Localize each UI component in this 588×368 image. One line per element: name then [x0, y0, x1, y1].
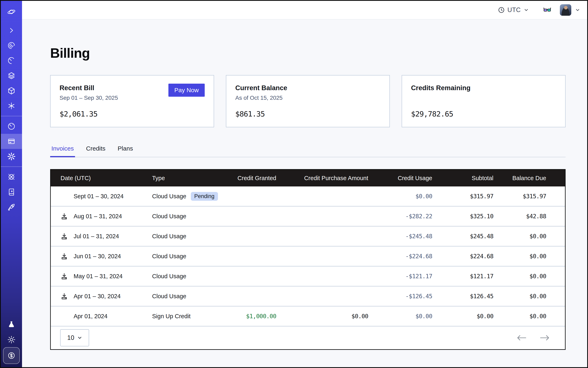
status-badge: Pending — [191, 192, 218, 201]
pay-now-button[interactable]: Pay Now — [168, 84, 205, 97]
subtotal-value: $0.00 — [432, 313, 493, 320]
invoice-row[interactable]: Jul 01 – 31, 2024 Cloud Usage -$245.48 $… — [51, 226, 565, 246]
balance-due-value: $0.00 — [493, 253, 565, 260]
credit-usage-value: -$224.68 — [368, 253, 432, 260]
book-sparkle-icon — [7, 188, 16, 196]
download-invoice-icon[interactable] — [61, 212, 74, 220]
next-page-button[interactable] — [540, 334, 550, 341]
invoice-row[interactable]: Sept 01 – 30, 2024 Cloud Usage Pending $… — [51, 186, 565, 206]
invoice-type: Sign Up Credit — [152, 313, 191, 320]
billing-tabs: Invoices Credits Plans — [50, 145, 566, 157]
sidebar-item-getting-started[interactable] — [1, 200, 22, 215]
sidebar-item-asterisk[interactable] — [1, 98, 22, 113]
invoice-date: Sept 01 – 30, 2024 — [74, 193, 124, 200]
sidebar-item-theme[interactable] — [1, 332, 22, 347]
invoice-type-cell: Cloud Usage — [152, 273, 226, 280]
app-window: UTC Billing Recent Bill Sep 01 – Sep 30,… — [0, 0, 588, 368]
subtotal-value: $126.45 — [432, 293, 493, 300]
credit-granted-value: $1,000.00 — [226, 313, 276, 320]
subtotal-value: $224.68 — [432, 253, 493, 260]
download-invoice-icon[interactable] — [61, 273, 74, 280]
observe-icon — [7, 41, 16, 50]
download-invoice-icon[interactable] — [61, 253, 74, 260]
invoice-type: Cloud Usage — [152, 293, 186, 300]
glasses-icon[interactable] — [543, 6, 551, 14]
sidebar-item-history[interactable] — [1, 53, 22, 68]
subtotal-value: $325.10 — [432, 213, 493, 220]
credits-remaining-card: Credits Remaining $29,782.65 — [402, 75, 566, 127]
flask-icon — [7, 320, 16, 329]
recent-bill-card: Recent Bill Sep 01 – Sep 30, 2025 $2,061… — [50, 75, 214, 127]
balance-due-value: $0.00 — [493, 273, 565, 280]
sidebar-divider — [1, 116, 22, 116]
tab-plans[interactable]: Plans — [117, 145, 134, 157]
sidebar-item-helm[interactable] — [1, 169, 22, 184]
invoice-date-cell: Jul 01 – 31, 2024 — [51, 232, 152, 240]
invoice-type-cell: Cloud Usage — [152, 233, 226, 240]
sidebar-item-docs[interactable] — [1, 184, 22, 200]
invoice-row[interactable]: Aug 01 – 31, 2024 Cloud Usage -$282.22 $… — [51, 206, 565, 226]
invoice-row[interactable]: Jun 01 – 30, 2024 Cloud Usage -$224.68 $… — [51, 246, 565, 266]
card-subtitle — [411, 95, 556, 101]
history-icon — [7, 56, 16, 65]
sidebar-item-expand[interactable] — [1, 23, 22, 38]
column-header-balance-due: Balance Due — [493, 175, 565, 182]
page-title: Billing — [50, 45, 587, 61]
invoice-date: Apr 01 – 30, 2024 — [74, 293, 121, 300]
layers-icon — [7, 71, 16, 80]
current-balance-card: Current Balance As of Oct 15, 2025 $861.… — [226, 75, 390, 127]
table-header: Date (UTC) Type Credit Granted Credit Pu… — [51, 170, 565, 186]
page-size-value: 10 — [67, 334, 74, 341]
previous-page-button[interactable] — [516, 334, 527, 341]
invoice-date: May 01 – 31, 2024 — [74, 273, 123, 280]
sidebar-logo[interactable] — [1, 1, 22, 23]
invoice-date: Jun 01 – 30, 2024 — [74, 253, 121, 260]
invoice-date: Jul 01 – 31, 2024 — [74, 233, 119, 240]
sidebar-item-labs[interactable] — [1, 317, 22, 332]
column-header-type: Type — [152, 175, 226, 182]
orbit-logo-icon — [7, 8, 16, 16]
main-content: Billing Recent Bill Sep 01 – Sep 30, 202… — [22, 19, 587, 367]
sidebar-item-cube[interactable] — [1, 83, 22, 98]
invoice-type-cell: Cloud Usage Pending — [152, 192, 226, 201]
credit-usage-value: $0.00 — [368, 313, 432, 320]
tab-credits[interactable]: Credits — [85, 145, 107, 157]
invoice-type: Cloud Usage — [152, 273, 186, 280]
invoice-type: Cloud Usage — [152, 213, 186, 220]
avatar[interactable] — [560, 4, 571, 16]
chevron-right-icon — [7, 26, 16, 35]
invoice-date-cell: May 01 – 31, 2024 — [51, 273, 152, 280]
sidebar-item-observe[interactable] — [1, 38, 22, 53]
invoice-row[interactable]: Apr 01, 2024 Sign Up Credit $1,000.00 $0… — [51, 306, 565, 326]
column-header-subtotal: Subtotal — [432, 175, 493, 182]
chevron-down-icon — [524, 7, 529, 13]
column-header-credit-granted: Credit Granted — [226, 175, 276, 182]
credit-usage-value: $0.00 — [368, 193, 432, 200]
billing-card-icon — [7, 137, 16, 146]
credit-usage-value: -$245.48 — [368, 233, 432, 240]
card-title: Credits Remaining — [411, 84, 556, 92]
helm-icon — [7, 173, 16, 181]
invoice-date: Aug 01 – 31, 2024 — [74, 213, 122, 220]
sidebar-divider — [1, 166, 22, 167]
brightness-icon — [7, 335, 16, 344]
invoice-row[interactable]: May 01 – 31, 2024 Cloud Usage -$121.17 $… — [51, 266, 565, 286]
sidebar-item-usage[interactable] — [1, 119, 22, 134]
download-invoice-icon[interactable] — [61, 232, 74, 240]
sidebar-item-billing[interactable] — [1, 134, 22, 149]
sidebar-item-layers[interactable] — [1, 68, 22, 83]
tab-invoices[interactable]: Invoices — [50, 145, 75, 157]
credits-remaining-amount: $29,782.65 — [411, 110, 556, 118]
sidebar-item-credits[interactable] — [3, 347, 20, 364]
subtotal-value: $245.48 — [432, 233, 493, 240]
chevron-down-icon[interactable] — [575, 7, 580, 13]
asterisk-icon — [7, 101, 16, 110]
sidebar — [1, 1, 22, 367]
page-size-select[interactable]: 10 — [60, 329, 89, 346]
invoice-type: Cloud Usage — [152, 193, 186, 200]
rocket-icon — [7, 203, 16, 211]
invoice-row[interactable]: Apr 01 – 30, 2024 Cloud Usage -$126.45 $… — [51, 286, 565, 306]
download-invoice-icon[interactable] — [61, 293, 74, 300]
timezone-selector[interactable]: UTC — [498, 6, 529, 14]
sidebar-item-settings[interactable] — [1, 149, 22, 164]
